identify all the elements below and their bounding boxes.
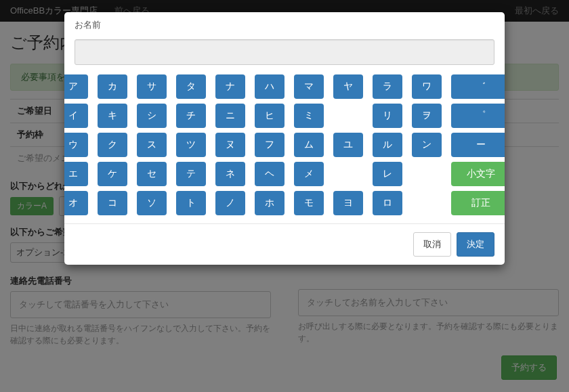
kana-key[interactable]: サ [137, 74, 167, 99]
kana-key[interactable]: ム [294, 133, 324, 157]
kana-key[interactable]: ル [373, 133, 402, 157]
kana-key[interactable]: シ [137, 104, 167, 128]
kana-key[interactable]: ハ [255, 74, 284, 99]
kana-key[interactable]: ア [64, 74, 88, 99]
kana-key[interactable]: ヌ [215, 133, 245, 157]
name-entry-modal: お名前 アカサタナハマヤラワ゛イキシチニヒミリヲ゜ウクスツヌフムユルンーエケセテ… [64, 12, 505, 265]
lowercase-key[interactable]: 小文字 [451, 162, 505, 186]
modal-text-input[interactable] [75, 39, 494, 65]
kana-key[interactable]: ワ [412, 74, 442, 99]
kana-key[interactable]: ヲ [412, 104, 442, 128]
kana-key[interactable]: ケ [98, 162, 127, 186]
kana-key[interactable]: ソ [137, 191, 167, 215]
kana-key[interactable]: メ [294, 162, 324, 186]
kana-key[interactable]: ミ [294, 104, 324, 128]
kana-key[interactable]: マ [294, 74, 324, 99]
kana-key[interactable]: エ [64, 162, 88, 186]
kana-key[interactable]: イ [64, 104, 88, 128]
kana-key[interactable]: ユ [333, 133, 363, 157]
kana-key[interactable]: ラ [373, 74, 402, 99]
kana-key[interactable]: ン [412, 133, 442, 157]
kana-key[interactable]: ナ [215, 74, 245, 99]
kana-key[interactable]: ヤ [333, 74, 363, 99]
kana-key[interactable]: リ [373, 104, 402, 128]
kana-key[interactable]: ス [137, 133, 167, 157]
ok-button[interactable]: 決定 [457, 232, 494, 257]
kana-keyboard: アカサタナハマヤラワ゛イキシチニヒミリヲ゜ウクスツヌフムユルンーエケセテネヘメレ… [75, 74, 494, 215]
kana-key[interactable]: ヘ [255, 162, 284, 186]
kana-key[interactable]: オ [64, 191, 88, 215]
kana-key[interactable]: フ [255, 133, 284, 157]
kana-key[interactable]: ホ [255, 191, 284, 215]
kana-key[interactable]: カ [98, 74, 127, 99]
kana-key[interactable]: ツ [176, 133, 206, 157]
kana-key[interactable]: ー [451, 133, 505, 157]
kana-key[interactable]: セ [137, 162, 167, 186]
kana-key[interactable]: タ [176, 74, 206, 99]
modal-title: お名前 [64, 12, 505, 32]
kana-key[interactable]: ウ [64, 133, 88, 157]
kana-key[interactable]: キ [98, 104, 127, 128]
kana-key[interactable]: ゜ [451, 104, 505, 128]
kana-key[interactable]: チ [176, 104, 206, 128]
kana-key[interactable]: コ [98, 191, 127, 215]
cancel-button[interactable]: 取消 [413, 232, 451, 257]
kana-key[interactable]: ネ [215, 162, 245, 186]
kana-key[interactable]: レ [373, 162, 402, 186]
kana-key[interactable]: ニ [215, 104, 245, 128]
kana-key[interactable]: ク [98, 133, 127, 157]
modal-backdrop: お名前 アカサタナハマヤラワ゛イキシチニヒミリヲ゜ウクスツヌフムユルンーエケセテ… [0, 0, 569, 392]
correct-key[interactable]: 訂正 [451, 191, 505, 215]
kana-key[interactable]: ゛ [451, 74, 505, 99]
kana-key[interactable]: ヒ [255, 104, 284, 128]
kana-key[interactable]: テ [176, 162, 206, 186]
kana-key[interactable]: ト [176, 191, 206, 215]
kana-key[interactable]: ロ [373, 191, 402, 215]
kana-key[interactable]: ヨ [333, 191, 363, 215]
kana-key[interactable]: ノ [215, 191, 245, 215]
kana-key[interactable]: モ [294, 191, 324, 215]
